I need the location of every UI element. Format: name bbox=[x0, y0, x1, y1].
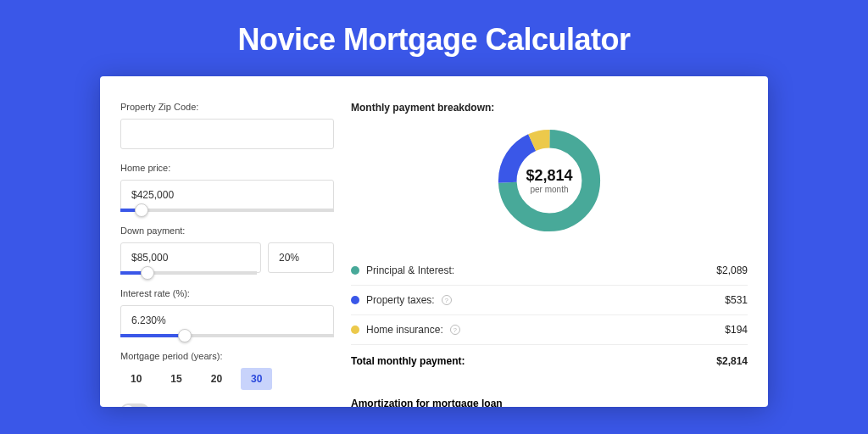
interest-input[interactable]: 6.230% bbox=[120, 305, 334, 336]
legend-label: Principal & Interest: bbox=[366, 264, 454, 276]
veteran-toggle[interactable] bbox=[120, 403, 149, 407]
home-price-input[interactable]: $425,000 bbox=[120, 180, 334, 210]
home-price-slider[interactable] bbox=[120, 209, 334, 212]
slider-fill bbox=[120, 334, 185, 337]
slider-thumb[interactable] bbox=[135, 203, 148, 217]
slider-thumb[interactable] bbox=[141, 266, 154, 280]
total-value: $2,814 bbox=[716, 355, 748, 367]
legend-row-ins: Home insurance: ? $194 bbox=[351, 315, 748, 344]
slider-thumb[interactable] bbox=[178, 329, 192, 342]
legend-row-tax: Property taxes: ? $531 bbox=[351, 286, 748, 314]
zip-label: Property Zip Code: bbox=[120, 102, 334, 112]
form-panel: Property Zip Code: Home price: $425,000 … bbox=[120, 102, 334, 407]
legend-label: Home insurance: bbox=[366, 324, 443, 336]
home-price-label: Home price: bbox=[120, 163, 334, 173]
zip-group: Property Zip Code: bbox=[120, 102, 334, 149]
zip-input[interactable] bbox=[120, 119, 334, 149]
total-label: Total monthly payment: bbox=[351, 355, 465, 367]
period-option-10[interactable]: 10 bbox=[120, 368, 152, 390]
legend-value: $194 bbox=[725, 324, 748, 336]
calculator-card: Property Zip Code: Home price: $425,000 … bbox=[100, 76, 768, 407]
donut-sub: per month bbox=[530, 185, 568, 194]
breakdown-title: Monthly payment breakdown: bbox=[351, 102, 748, 114]
amortization-title: Amortization for mortgage loan bbox=[351, 398, 748, 407]
legend-value: $2,089 bbox=[716, 264, 748, 276]
down-payment-label: Down payment: bbox=[120, 225, 334, 236]
legend-row-total: Total monthly payment: $2,814 bbox=[351, 344, 748, 376]
interest-group: Interest rate (%): 6.230% bbox=[120, 288, 334, 337]
veteran-label: I am veteran or military bbox=[158, 406, 253, 407]
period-group: Mortgage period (years): 10 15 20 30 bbox=[120, 351, 334, 390]
donut-center: $2,814 per month bbox=[494, 125, 604, 236]
down-payment-pct-input[interactable]: 20% bbox=[268, 242, 334, 273]
period-option-15[interactable]: 15 bbox=[160, 368, 192, 390]
info-icon[interactable]: ? bbox=[450, 325, 460, 335]
dot-icon bbox=[351, 326, 359, 334]
page-title: Novice Mortgage Calculator bbox=[0, 0, 868, 76]
dot-icon bbox=[351, 266, 359, 275]
period-label: Mortgage period (years): bbox=[120, 351, 334, 361]
dot-icon bbox=[351, 296, 359, 304]
veteran-row: I am veteran or military bbox=[120, 403, 334, 407]
legend-label: Property taxes: bbox=[366, 294, 435, 306]
results-panel: Monthly payment breakdown: $2,814 per mo… bbox=[334, 102, 748, 407]
period-option-30[interactable]: 30 bbox=[241, 368, 272, 390]
legend-row-pi: Principal & Interest: $2,089 bbox=[351, 256, 748, 285]
interest-label: Interest rate (%): bbox=[120, 288, 334, 298]
info-icon[interactable]: ? bbox=[442, 295, 452, 305]
legend-value: $531 bbox=[725, 294, 748, 306]
period-option-20[interactable]: 20 bbox=[201, 368, 232, 390]
down-payment-slider[interactable] bbox=[120, 271, 257, 275]
donut-chart: $2,814 per month bbox=[351, 125, 748, 236]
interest-slider[interactable] bbox=[120, 334, 334, 337]
home-price-group: Home price: $425,000 bbox=[120, 163, 334, 212]
period-options: 10 15 20 30 bbox=[120, 368, 334, 390]
down-payment-group: Down payment: $85,000 20% bbox=[120, 225, 334, 275]
donut-amount: $2,814 bbox=[526, 167, 572, 185]
